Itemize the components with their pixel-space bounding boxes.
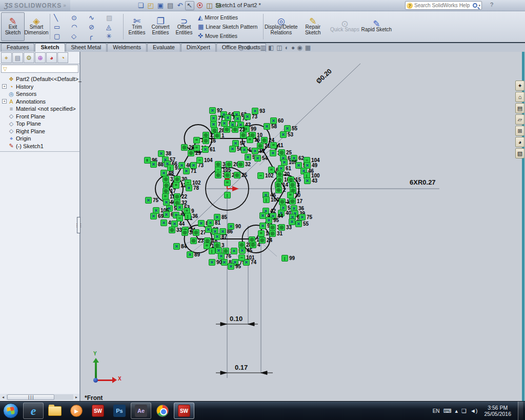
spline-icon[interactable]: ∿ [87,13,104,22]
file-properties-icon[interactable]: ◫ [205,1,213,10]
relation-badge[interactable]: × 53 [176,204,183,211]
polygon-icon[interactable]: ◇ [69,31,87,41]
relation-badge[interactable]: × 61 [202,146,209,153]
relation-badge[interactable]: ◎ 17 [289,198,296,205]
hidden-icons-arrow[interactable]: ▴ [455,408,458,414]
tree-item-part[interactable]: ❖ Part2 (Default<<Default>_D [2,75,79,83]
relation-badge[interactable]: = 16 [247,136,253,143]
relation-badge[interactable]: × 90 [209,259,215,266]
logo-overflow-icon[interactable]: » [63,3,66,8]
appearance-icon[interactable]: ● [291,44,295,51]
home-tab[interactable]: ⌂ [515,92,524,102]
panel-splitter-handle[interactable]: ⋮⋮ [77,217,80,233]
relation-badge[interactable]: = 11 [270,142,277,149]
relation-badge[interactable]: | 99 [281,255,288,262]
relation-badge[interactable]: × 95 [266,217,272,224]
relation-badge[interactable]: ◎ 27 [193,229,199,236]
relation-badge[interactable]: = 14 [258,230,265,237]
relation-badge[interactable]: × 59 [241,147,248,153]
relation-badge[interactable]: × 83 [198,220,205,227]
sketch-text-icon[interactable]: ◬ [104,22,122,31]
solidworks-active-button[interactable]: SW [174,403,194,419]
media-player-button[interactable]: ▶ [66,403,87,419]
relation-badge[interactable]: | 97 [209,248,215,254]
relation-badge[interactable]: ◎ 33 [278,224,285,231]
relation-badge[interactable]: | 36 [185,213,191,219]
network-icon[interactable]: ❏ [461,408,467,414]
file-explorer-tab[interactable]: ▱ [515,114,524,125]
relation-badge[interactable]: × 54 [254,155,261,162]
circle-icon[interactable]: ⊙ [69,13,87,22]
relation-badge[interactable]: ◎ 25 [234,172,240,178]
tree-item-material[interactable]: ≡ Material <not specified> [2,105,79,113]
search-input[interactable] [413,3,473,8]
relation-badge[interactable]: × 37 [270,150,276,156]
display-style-icon[interactable]: ◫ [276,44,282,51]
solidworks-resources-tab[interactable]: ✦ [515,81,524,91]
scroll-right-arrow[interactable]: ▸ [73,395,79,399]
relation-badge[interactable]: ◎ 28 [238,242,245,248]
internet-explorer-button[interactable]: e [23,403,44,419]
relation-badge[interactable]: = [224,179,231,186]
relation-badge[interactable]: ◎ 24 [259,237,266,244]
scene-icon[interactable]: ◉ [297,44,302,51]
relation-badge[interactable]: × 64 [163,211,170,218]
relation-badge[interactable]: × 49 [160,219,167,226]
save-icon[interactable]: ▣ [156,1,165,10]
custom-properties-tab[interactable]: ▧ [515,148,524,158]
relation-badge[interactable]: × 75 [145,197,152,204]
search-dropdown-icon[interactable]: ▾ [478,4,480,8]
windows-explorer-button[interactable] [45,403,65,419]
relation-badge[interactable]: × 75 [299,214,306,221]
taskbar-clock[interactable]: 3:56 PM 25/05/2016 [481,405,514,417]
start-button[interactable] [3,403,18,418]
relation-badge[interactable]: × 88 [150,161,157,168]
relation-badge[interactable]: = 14 [193,137,200,144]
relation-badge[interactable]: ◎ 29 [188,150,194,156]
tree-item-front-plane[interactable]: ◇ Front Plane [2,113,79,121]
relation-badge[interactable]: ◎ 35 [215,172,221,178]
display-delete-relations-button[interactable]: ◎ Display/Delete Relations [265,12,297,41]
relation-badge[interactable]: ◎ 23 [232,126,238,133]
tab-sheet-metal[interactable]: Sheet Metal [66,43,107,52]
relation-badge[interactable]: ◎ 26 [181,144,188,151]
relation-badge[interactable]: | 100 [263,196,270,203]
relation-badge[interactable]: − 101 [238,254,245,261]
scroll-left-arrow[interactable]: ◂ [0,395,6,399]
smart-dimension-button[interactable]: ◈ Smart Dimension [25,12,48,41]
tab-dimxpert[interactable]: DimXpert [181,43,216,52]
tree-item-history[interactable]: + ◔ History [2,83,79,91]
relation-badge[interactable]: ◎ 35 [269,224,276,231]
relation-badge[interactable]: × 92 [259,223,266,229]
linear-sketch-pattern-button[interactable]: ▦ Linear Sketch Pattern [196,23,261,31]
tree-item-origin[interactable]: ⌖ Origin [2,135,79,143]
print-icon[interactable]: ▤ [166,1,175,10]
section-view-icon[interactable]: ▥ [260,44,266,51]
relation-badge[interactable]: × 55 [295,221,302,227]
help-button[interactable]: ? [490,2,493,8]
relation-badge[interactable]: × 52 [252,148,258,154]
show-desktop-button[interactable] [518,402,523,420]
select-icon[interactable]: ↖ [185,1,194,10]
tree-item-sketch1[interactable]: ✎ (-) Sketch1 [2,143,79,150]
ellipse-icon[interactable]: ⊘ [87,22,104,31]
expand-icon[interactable]: + [2,84,7,89]
relation-badge[interactable]: × 43 [304,177,311,184]
dimxpertmanager-tab[interactable]: ⊕ [35,52,46,63]
tree-item-top-plane[interactable]: ◇ Top Plane [2,120,79,128]
chrome-button[interactable] [152,403,173,419]
scrollbar-thumb[interactable]: ┃┃┃ [7,394,54,400]
relation-badge[interactable]: ◎ 2 [275,187,282,193]
exit-sketch-button[interactable]: ✎ Exit Sketch [1,12,25,41]
relation-badge[interactable]: ◎ 33 [169,227,175,233]
zoom-to-fit-icon[interactable]: ◎ [238,44,244,51]
relation-badge[interactable]: ◎ 32 [237,161,244,168]
solidworks-button[interactable]: SW [88,403,108,419]
slot-icon[interactable]: ▢ [52,31,69,41]
magnifying-glass-icon[interactable]: ✧ [253,44,258,51]
move-entities-button[interactable]: ✜ Move Entities [196,32,261,41]
repair-sketch-button[interactable]: ✎ Repair Sketch [297,12,329,41]
relation-badge[interactable]: − 104 [196,157,203,164]
quick-snaps-button[interactable]: ⊙ Quick Snaps [329,12,360,41]
tree-item-sensors[interactable]: ◎ Sensors [2,90,79,98]
